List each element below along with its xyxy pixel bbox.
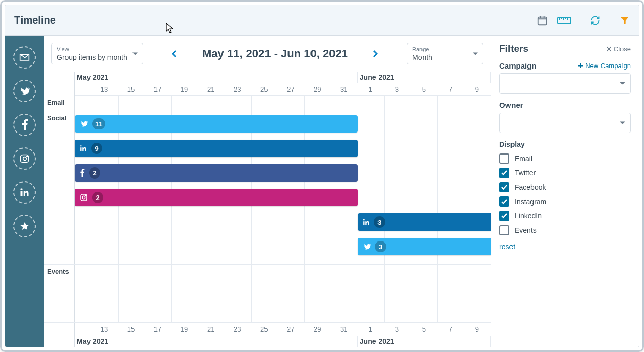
day-tick: 7 <box>437 83 464 95</box>
view-select[interactable]: View Group items by month <box>51 43 143 64</box>
campaign-select[interactable] <box>499 73 631 94</box>
day-tick: 23 <box>225 83 251 95</box>
svg-rect-7 <box>80 147 81 151</box>
month-footer: May 2021 <box>75 336 358 347</box>
row-label-events: Events <box>44 265 75 322</box>
campaign-label: Campaign <box>499 61 537 70</box>
bar-instagram[interactable]: 2 <box>75 189 358 206</box>
day-tick: 17 <box>145 323 171 336</box>
bar-twitter[interactable]: 11 <box>75 115 358 133</box>
linkedin-icon <box>363 218 370 226</box>
filters-title: Filters <box>499 43 528 54</box>
chevron-down-icon <box>620 82 625 85</box>
rail-linkedin-icon[interactable] <box>13 181 36 204</box>
linkedin-icon <box>80 145 87 152</box>
checkbox-icon <box>499 196 509 207</box>
day-tick: 1 <box>358 83 384 95</box>
day-tick: 5 <box>411 323 437 336</box>
day-tick: 15 <box>118 323 145 336</box>
timeline-grid: May 2021 June 2021 131517192123252729311… <box>44 72 491 347</box>
rail-email-icon[interactable] <box>13 46 36 69</box>
display-check-instagram[interactable]: Instagram <box>499 194 631 209</box>
bar-twitter[interactable]: 3 <box>358 238 491 255</box>
day-tick: 27 <box>278 83 304 95</box>
twitter-icon <box>80 120 88 128</box>
checkbox-label: Instagram <box>515 197 546 206</box>
day-tick: 31 <box>331 323 358 336</box>
svg-point-13 <box>363 219 365 221</box>
refresh-icon[interactable] <box>590 15 601 26</box>
prev-arrow[interactable] <box>167 46 182 62</box>
day-tick: 9 <box>464 323 491 336</box>
svg-point-8 <box>80 145 82 147</box>
owner-select[interactable] <box>499 113 631 133</box>
display-check-twitter[interactable]: Twitter <box>499 166 631 180</box>
checkbox-icon <box>499 225 509 235</box>
display-check-events[interactable]: Events <box>499 223 631 237</box>
bar-linkedin[interactable]: 9 <box>75 140 358 157</box>
day-tick: 29 <box>304 83 331 95</box>
next-arrow[interactable] <box>368 46 383 62</box>
new-campaign-link[interactable]: New Campaign <box>578 62 631 70</box>
chevron-down-icon <box>473 53 478 55</box>
day-tick: 19 <box>171 323 198 336</box>
day-tick: 21 <box>198 323 225 336</box>
day-tick: 5 <box>411 83 437 95</box>
svg-rect-5 <box>21 191 23 196</box>
page-title: Timeline <box>14 14 56 26</box>
display-label: Display <box>499 140 631 148</box>
svg-point-3 <box>23 157 27 161</box>
bar-facebook[interactable]: 2 <box>75 164 358 182</box>
day-tick: 13 <box>92 323 118 336</box>
day-tick: 25 <box>251 83 278 95</box>
facebook-icon <box>80 169 85 177</box>
day-tick: 7 <box>437 323 464 336</box>
reset-link[interactable]: reset <box>499 243 631 251</box>
calendar-icon[interactable] <box>537 15 548 26</box>
channel-rail <box>5 36 44 347</box>
range-select[interactable]: Range Month <box>407 43 483 64</box>
rail-star-icon[interactable] <box>13 215 36 237</box>
svg-point-6 <box>20 188 22 190</box>
checkbox-label: Twitter <box>515 169 536 177</box>
chevron-down-icon <box>132 53 138 55</box>
day-tick: 23 <box>225 323 251 336</box>
checkbox-icon <box>499 211 509 221</box>
month-footer: June 2021 <box>358 336 491 347</box>
svg-point-10 <box>82 196 85 199</box>
date-range: May 11, 2021 - Jun 10, 2021 <box>202 47 348 60</box>
close-icon <box>606 46 612 52</box>
display-check-facebook[interactable]: Facebook <box>499 180 631 194</box>
day-tick: 1 <box>358 323 384 336</box>
display-check-email[interactable]: Email <box>499 151 631 166</box>
day-tick: 25 <box>251 323 278 336</box>
day-tick: 31 <box>331 83 358 95</box>
checkbox-label: Email <box>515 155 532 163</box>
header: Timeline <box>5 5 639 36</box>
month-header: June 2021 <box>358 72 491 83</box>
timeline-controls: View Group items by month May 11, 2021 -… <box>44 36 491 72</box>
checkbox-label: LinkedIn <box>515 212 542 220</box>
day-tick: 15 <box>118 83 145 95</box>
rail-twitter-icon[interactable] <box>13 80 36 102</box>
checkbox-icon <box>499 182 509 192</box>
svg-point-4 <box>27 156 28 157</box>
checkbox-label: Events <box>515 226 537 234</box>
display-check-linkedin[interactable]: LinkedIn <box>499 209 631 223</box>
instagram-icon <box>80 193 88 202</box>
bar-linkedin[interactable]: 3 <box>358 213 491 231</box>
rail-facebook-icon[interactable] <box>13 114 36 136</box>
day-tick: 19 <box>171 83 198 95</box>
chevron-down-icon <box>620 122 625 124</box>
rail-instagram-icon[interactable] <box>13 147 36 170</box>
row-label-social: Social <box>44 111 75 264</box>
svg-rect-0 <box>538 17 547 25</box>
month-header: May 2021 <box>75 72 358 83</box>
day-tick: 27 <box>278 323 304 336</box>
checkbox-label: Facebook <box>515 183 546 191</box>
close-button[interactable]: Close <box>606 45 631 53</box>
checkbox-icon <box>499 168 509 178</box>
filter-icon[interactable] <box>619 15 630 26</box>
filters-panel: Filters Close Campaign New Campaign <box>491 36 639 347</box>
ruler-icon[interactable] <box>557 16 571 25</box>
